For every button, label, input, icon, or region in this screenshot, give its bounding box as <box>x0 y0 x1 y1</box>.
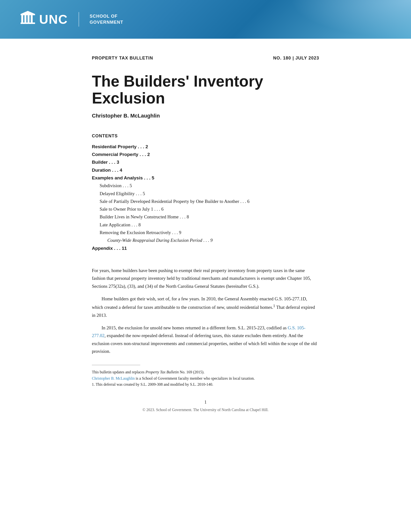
logo-area: UNC SCHOOL OF GOVERNMENT <box>19 10 123 28</box>
list-item: Sale of Partially Developed Residential … <box>92 198 319 205</box>
page-number: 1 <box>92 400 319 405</box>
list-item: Appendix . . . 11 <box>92 245 319 252</box>
list-item: Residential Property . . . 2 <box>92 143 319 151</box>
list-item: Subdivision . . . 5 <box>92 182 319 190</box>
unc-logo: UNC <box>19 10 68 28</box>
contents-item-text: Appendix <box>92 246 113 251</box>
page-content: PROPERTY TAX BULLETIN NO. 180 | JULY 202… <box>73 39 338 431</box>
contents-page: 5 <box>130 183 132 188</box>
body-paragraph-1: For years, home builders have been pushi… <box>92 267 319 290</box>
svg-rect-0 <box>20 22 35 24</box>
svg-rect-3 <box>24 15 26 22</box>
list-item: County-Wide Reappraisal During Exclusion… <box>92 237 319 244</box>
svg-rect-2 <box>21 15 23 22</box>
contents-page: 2 <box>147 152 150 157</box>
contents-page: 8 <box>187 214 189 219</box>
school-name: SCHOOL OF GOVERNMENT <box>90 13 123 25</box>
contents-item-text: Commercial Property <box>92 152 138 157</box>
svg-marker-6 <box>20 11 35 14</box>
contents-page: 8 <box>138 222 141 227</box>
contents-item-text: Sale to Owner Prior to July 1 <box>100 207 153 212</box>
footnote-0-text: This bulletin updates and replaces <box>92 370 146 374</box>
author-link[interactable]: Christopher B. McLaughlin <box>92 376 135 380</box>
contents-page: 4 <box>120 168 122 173</box>
footnote-author: Christopher B. McLaughlin is a School of… <box>92 375 319 382</box>
doc-header: PROPERTY TAX BULLETIN NO. 180 | JULY 202… <box>92 53 319 61</box>
list-item: Removing the Exclusion Retroactively . .… <box>92 229 319 237</box>
list-item: Sale to Owner Prior to July 1 . . . 6 <box>92 205 319 213</box>
footnote-divider <box>92 365 140 365</box>
footnote-superscript-1: 1 <box>273 304 275 308</box>
list-item: Late Application . . . 8 <box>92 221 319 229</box>
contents-item-text: Builder <box>92 160 108 165</box>
contents-item-text: Removing the Exclusion Retroactively <box>100 230 171 235</box>
document-author: Christopher B. McLaughlin <box>92 113 319 119</box>
list-item: Builder Lives in Newly Constructed Home … <box>92 213 319 221</box>
contents-item-text: Delayed Eligibility <box>100 191 135 196</box>
contents-item-text: County-Wide Reappraisal During Exclusion… <box>107 238 202 243</box>
contents-page: 11 <box>122 246 127 251</box>
bulletin-label: PROPERTY TAX BULLETIN <box>92 56 153 61</box>
svg-rect-4 <box>28 15 29 22</box>
body-paragraph-3: In 2015, the exclusion for unsold new ho… <box>92 324 319 355</box>
contents-item-text: Late Application <box>100 222 130 227</box>
footnote-section: This bulletin updates and replaces Prope… <box>92 369 319 388</box>
svg-rect-1 <box>20 14 35 15</box>
contents-item-text: Subdivision <box>100 183 121 188</box>
body-text-3-start: In 2015, the exclusion for unsold new ho… <box>102 325 288 330</box>
logo-divider <box>79 12 79 27</box>
footnote-1: 1. This deferral was created by S.L. 200… <box>92 381 319 388</box>
document-title: The Builders' Inventory Exclusion <box>92 73 319 107</box>
contents-section: CONTENTS Residential Property . . . 2 Co… <box>92 133 319 252</box>
footnote-author-text: is a School of Government faculty member… <box>135 376 255 380</box>
unc-building-icon <box>19 10 36 28</box>
body-text-3-end: , expanded the now-repealed deferral. In… <box>92 333 317 354</box>
list-item: Examples and Analysis . . . 5 <box>92 174 319 182</box>
footnote-0-italic: Property Tax Bulletin <box>146 370 179 374</box>
contents-item-text: Examples and Analysis <box>92 175 143 180</box>
contents-item-text: Builder Lives in Newly Constructed Home <box>100 214 179 219</box>
list-item: Commercial Property . . . 2 <box>92 151 319 158</box>
contents-item-text: Residential Property <box>92 144 137 149</box>
contents-page: 5 <box>143 191 145 196</box>
bulletin-number: NO. 180 | JULY 2023 <box>273 56 319 61</box>
list-item: Builder . . . 3 <box>92 158 319 166</box>
contents-page: 2 <box>146 144 148 149</box>
copyright-notice: © 2023. School of Government. The Univer… <box>92 408 319 412</box>
list-item: Delayed Eligibility . . . 5 <box>92 190 319 198</box>
contents-page: 9 <box>179 230 181 235</box>
contents-page: 6 <box>247 199 250 204</box>
unc-text: UNC <box>39 12 68 27</box>
contents-item-text: Sale of Partially Developed Residential … <box>100 199 239 204</box>
contents-page: 6 <box>161 207 164 212</box>
contents-list: Residential Property . . . 2 Commercial … <box>92 143 319 252</box>
body-paragraph-2: Home builders got their wish, sort of, f… <box>92 295 319 319</box>
contents-item-text: Duration <box>92 168 111 173</box>
contents-page: 9 <box>210 238 213 243</box>
footnote-0: This bulletin updates and replaces Prope… <box>92 369 319 375</box>
svg-rect-5 <box>31 15 33 22</box>
contents-label: CONTENTS <box>92 133 319 139</box>
contents-page: 3 <box>117 160 119 165</box>
list-item: Duration . . . 4 <box>92 166 319 174</box>
contents-page: 5 <box>152 175 154 180</box>
footnote-0-end: No. 169 (2015). <box>179 370 204 374</box>
page-header: UNC SCHOOL OF GOVERNMENT <box>0 0 411 39</box>
